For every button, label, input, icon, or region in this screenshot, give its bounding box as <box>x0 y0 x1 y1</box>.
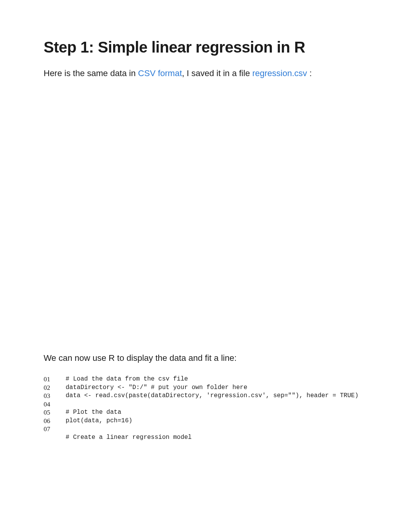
body-text: We can now use R to display the data and… <box>44 352 366 364</box>
intro-text-after: : <box>307 68 312 78</box>
code-block: 01 02 03 04 05 06 07 # Load the data fro… <box>44 375 366 442</box>
code-content: # Load the data from the csv file dataDi… <box>66 375 359 442</box>
regression-csv-link[interactable]: regression.csv <box>252 68 307 78</box>
intro-text-mid: , I saved it in a file <box>182 68 252 78</box>
content-spacer <box>44 89 366 352</box>
line-numbers: 01 02 03 04 05 06 07 <box>44 375 66 442</box>
csv-format-link[interactable]: CSV format <box>138 68 182 78</box>
page-heading: Step 1: Simple linear regression in R <box>44 39 366 56</box>
intro-paragraph: Here is the same data in CSV format, I s… <box>44 67 366 80</box>
intro-text-before: Here is the same data in <box>44 68 138 78</box>
